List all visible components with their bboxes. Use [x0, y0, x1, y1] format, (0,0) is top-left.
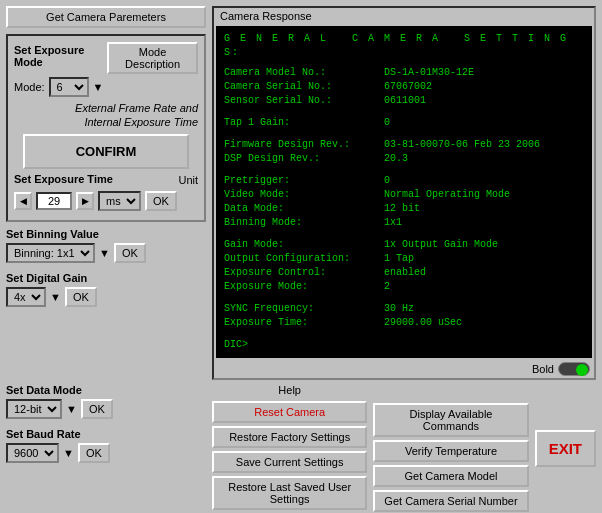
display-available-btn[interactable]: Display Available Commands	[373, 403, 528, 437]
save-current-btn[interactable]: Save Current Settings	[212, 451, 367, 473]
mode-description-btn[interactable]: Mode Description	[107, 42, 198, 74]
digital-gain-section: Set Digital Gain 4x ▼ OK	[6, 272, 206, 310]
bottom-right-section: Help Reset Camera Restore Factory Settin…	[212, 384, 596, 512]
help-right-col: Display Available Commands Verify Temper…	[373, 384, 528, 512]
mode-dropdown-arrow: ▼	[93, 81, 104, 93]
get-camera-btn[interactable]: Get Camera Paremeters	[6, 6, 206, 28]
data-mode-section: Set Data Mode 12-bit ▼ OK	[6, 384, 206, 422]
bold-label: Bold	[532, 363, 554, 375]
exposure-time-down-btn[interactable]: ◀	[14, 192, 32, 210]
data-mode-ok-btn[interactable]: OK	[81, 399, 113, 419]
exposure-time-up-btn[interactable]: ▶	[76, 192, 94, 210]
digital-gain-select[interactable]: 4x	[6, 287, 46, 307]
baud-rate-select[interactable]: 9600	[6, 443, 59, 463]
main-container: Get Camera Paremeters Set Exposure Mode …	[0, 0, 602, 513]
digital-gain-arrow: ▼	[50, 291, 61, 303]
confirm-btn[interactable]: CONFIRM	[23, 134, 189, 169]
binning-title: Set Binning Value	[6, 228, 206, 240]
exposure-time-input[interactable]	[36, 192, 72, 210]
binning-section: Set Binning Value Binning: 1x1 ▼ OK	[6, 228, 206, 266]
exit-section: EXIT	[535, 384, 596, 512]
top-section: Get Camera Paremeters Set Exposure Mode …	[6, 6, 596, 380]
baud-rate-title: Set Baud Rate	[6, 428, 206, 440]
baud-rate-arrow: ▼	[63, 447, 74, 459]
get-camera-serial-btn[interactable]: Get Camera Serial Number	[373, 490, 528, 512]
restore-last-saved-btn[interactable]: Restore Last Saved User Settings	[212, 476, 367, 510]
exposure-mode-description: External Frame Rate and Internal Exposur…	[14, 101, 198, 130]
help-left-col: Help Reset Camera Restore Factory Settin…	[212, 384, 367, 512]
baud-rate-section: Set Baud Rate 9600 ▼ OK	[6, 428, 206, 466]
help-title: Help	[212, 384, 367, 396]
terminal-area: G E N E R A L C A M E R A S E T T I N G …	[216, 26, 592, 358]
camera-response-panel: Camera Response G E N E R A L C A M E R …	[212, 6, 596, 380]
unit-select[interactable]: ms	[98, 191, 141, 211]
mode-label: Mode:	[14, 81, 45, 93]
exposure-time-ok-btn[interactable]: OK	[145, 191, 177, 211]
bold-toggle-row: Bold	[214, 360, 594, 378]
verify-temperature-btn[interactable]: Verify Temperature	[373, 440, 528, 462]
binning-ok-btn[interactable]: OK	[114, 243, 146, 263]
data-mode-select[interactable]: 12-bit	[6, 399, 62, 419]
baud-rate-ok-btn[interactable]: OK	[78, 443, 110, 463]
data-mode-title: Set Data Mode	[6, 384, 206, 396]
bold-toggle-switch[interactable]	[558, 362, 590, 376]
exposure-mode-title: Set Exposure Mode	[14, 44, 103, 68]
restore-factory-btn[interactable]: Restore Factory Settings	[212, 426, 367, 448]
toggle-knob	[576, 364, 588, 376]
binning-arrow: ▼	[99, 247, 110, 259]
digital-gain-title: Set Digital Gain	[6, 272, 206, 284]
terminal-settings-title: G E N E R A L C A M E R A S E T T I N G …	[224, 32, 584, 60]
camera-response-title: Camera Response	[214, 8, 594, 24]
bottom-section: Set Data Mode 12-bit ▼ OK Set Baud Rate …	[6, 384, 596, 512]
get-camera-model-btn[interactable]: Get Camera Model	[373, 465, 528, 487]
left-panel: Get Camera Paremeters Set Exposure Mode …	[6, 6, 206, 380]
exposure-time-title: Set Exposure Time	[14, 173, 113, 185]
bottom-left-section: Set Data Mode 12-bit ▼ OK Set Baud Rate …	[6, 384, 206, 512]
exit-btn[interactable]: EXIT	[535, 430, 596, 467]
data-mode-arrow: ▼	[66, 403, 77, 415]
mode-select[interactable]: 6	[49, 77, 89, 97]
binning-select[interactable]: Binning: 1x1	[6, 243, 95, 263]
exposure-time-section: Set Exposure Time Unit ◀ ▶ ms OK	[14, 173, 198, 211]
unit-label: Unit	[178, 174, 198, 186]
exposure-mode-panel: Set Exposure Mode Mode Description Mode:…	[6, 34, 206, 222]
digital-gain-ok-btn[interactable]: OK	[65, 287, 97, 307]
reset-camera-btn[interactable]: Reset Camera	[212, 401, 367, 423]
